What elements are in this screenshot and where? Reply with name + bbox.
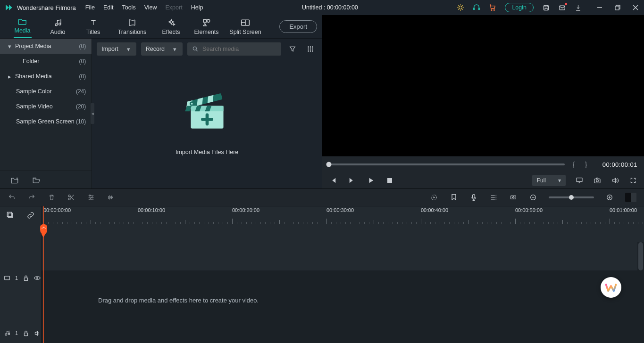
record-dropdown[interactable]: Record ▾ xyxy=(141,42,183,56)
eye-icon[interactable] xyxy=(34,275,41,281)
sidebar-item-sample-video[interactable]: Sample Video (20) xyxy=(0,99,92,114)
voiceover-button[interactable] xyxy=(469,193,478,202)
audio-wave-button[interactable] xyxy=(107,193,115,202)
svg-rect-23 xyxy=(189,93,222,107)
tab-transitions[interactable]: Transitions xyxy=(111,18,153,35)
minimize-icon[interactable] xyxy=(596,4,603,11)
svg-rect-34 xyxy=(387,178,392,183)
media-toolbar: Import ▾ Record ▾ xyxy=(97,41,317,57)
render-preview-button[interactable] xyxy=(430,193,438,202)
tips-icon[interactable] xyxy=(457,4,464,11)
tab-media[interactable]: Media xyxy=(5,17,40,37)
menu-tools[interactable]: Tools xyxy=(122,4,135,11)
next-frame-button[interactable] xyxy=(348,176,356,185)
close-icon[interactable] xyxy=(632,4,639,11)
grid-view-icon[interactable] xyxy=(304,42,317,56)
sidebar-item-shared-media[interactable]: ▸ Shared Media (0) xyxy=(0,69,92,84)
search-input[interactable] xyxy=(202,46,276,52)
open-folder-icon[interactable] xyxy=(32,176,41,184)
svg-point-8 xyxy=(55,24,58,26)
delete-button[interactable] xyxy=(47,193,56,202)
sidebar-item-sample-color[interactable]: Sample Color (24) xyxy=(0,84,92,99)
quality-dropdown[interactable]: Full ▾ xyxy=(532,175,566,186)
prev-frame-button[interactable] xyxy=(329,176,337,185)
mark-in-button[interactable]: { xyxy=(570,161,577,168)
new-folder-icon[interactable] xyxy=(10,176,19,184)
preview-video[interactable] xyxy=(322,15,644,156)
snapshot-icon[interactable] xyxy=(593,176,602,185)
link-icon[interactable] xyxy=(26,211,35,220)
timeline-ruler[interactable]: 00:00:00:0000:00:10:0000:00:20:0000:00:3… xyxy=(42,206,644,224)
video-track-header[interactable]: 1 xyxy=(0,252,41,304)
marker-button[interactable] xyxy=(450,193,458,202)
scrollbar-thumb[interactable] xyxy=(638,242,643,270)
help-badge[interactable] xyxy=(601,277,621,298)
render-indicator[interactable] xyxy=(625,193,636,202)
lock-icon[interactable] xyxy=(23,275,29,281)
redo-button[interactable] xyxy=(27,193,36,202)
chevron-down-icon: ▾ xyxy=(127,46,132,53)
save-icon[interactable] xyxy=(542,4,550,11)
import-dropdown[interactable]: Import ▾ xyxy=(97,42,136,56)
media-browser: ▾ Project Media (0) Folder (0) ▸ Shared … xyxy=(0,39,322,188)
speaker-icon[interactable] xyxy=(34,330,41,336)
scrub-track[interactable] xyxy=(329,163,565,165)
tab-elements[interactable]: Elements xyxy=(189,18,224,35)
undo-button[interactable] xyxy=(8,193,16,202)
media-drop-zone[interactable]: Import Media Files Here xyxy=(92,57,322,188)
sidebar-item-sample-green[interactable]: Sample Green Screen (10) xyxy=(0,114,92,129)
source-panel: Media Audio Titles Transitions Effects xyxy=(0,15,322,188)
scrub-thumb[interactable] xyxy=(326,162,332,167)
keyframe-button[interactable] xyxy=(509,193,518,202)
sidebar-item-folder[interactable]: Folder (0) xyxy=(0,54,92,69)
source-tabs: Media Audio Titles Transitions Effects xyxy=(0,15,322,39)
audio-track-header[interactable]: 1 xyxy=(0,323,41,343)
login-button[interactable]: Login xyxy=(505,3,534,12)
svg-point-14 xyxy=(308,46,309,48)
zoom-slider-thumb[interactable] xyxy=(569,195,574,200)
menu-help[interactable]: Help xyxy=(191,4,203,11)
cart-icon[interactable] xyxy=(489,4,496,11)
export-button[interactable]: Export xyxy=(279,20,317,33)
lock-icon[interactable] xyxy=(23,330,29,336)
svg-rect-7 xyxy=(615,6,619,10)
menu-file[interactable]: File xyxy=(85,4,95,11)
search-icon xyxy=(192,46,199,52)
sidebar-item-project-media[interactable]: ▾ Project Media (0) xyxy=(0,39,92,54)
stop-button[interactable] xyxy=(385,176,394,185)
mixer-button[interactable] xyxy=(489,193,498,202)
timeline-toolbar xyxy=(0,188,644,206)
tracks-area[interactable]: Drag and drop media and effects here to … xyxy=(42,224,644,343)
menu-view[interactable]: View xyxy=(144,4,157,11)
search-box[interactable] xyxy=(187,42,281,56)
playhead[interactable] xyxy=(43,206,44,343)
tab-audio[interactable]: Audio xyxy=(40,18,75,35)
adjust-button[interactable] xyxy=(87,193,95,202)
zoom-in-button[interactable] xyxy=(605,193,614,202)
display-icon[interactable] xyxy=(575,176,584,185)
tab-titles[interactable]: Titles xyxy=(75,18,111,35)
messages-icon[interactable] xyxy=(558,4,566,11)
zoom-out-button[interactable] xyxy=(529,193,537,202)
play-button[interactable] xyxy=(367,176,375,185)
maximize-icon[interactable] xyxy=(614,4,621,11)
mark-out-button[interactable]: } xyxy=(583,161,589,168)
tab-effects[interactable]: Effects xyxy=(153,18,189,35)
menu-edit[interactable]: Edit xyxy=(103,4,114,11)
split-button[interactable] xyxy=(67,193,75,202)
tracks-gutter: 1 1 xyxy=(0,224,42,343)
zoom-slider[interactable] xyxy=(549,196,594,198)
filter-icon[interactable] xyxy=(286,42,299,56)
collapse-handle[interactable]: ◂ xyxy=(91,103,94,124)
svg-rect-1 xyxy=(474,8,475,10)
title-bar: Wondershare Filmora File Edit Tools View… xyxy=(0,0,644,15)
support-icon[interactable] xyxy=(473,4,480,11)
tab-split-screen[interactable]: Split Screen xyxy=(224,18,267,35)
timeline-scrollbar[interactable] xyxy=(637,242,644,343)
svg-rect-5 xyxy=(544,5,548,10)
download-icon[interactable] xyxy=(574,4,582,11)
track-manage-icon[interactable] xyxy=(6,211,15,220)
audio-track-lane[interactable] xyxy=(42,323,644,343)
volume-icon[interactable] xyxy=(611,176,619,185)
fullscreen-icon[interactable] xyxy=(629,176,637,185)
